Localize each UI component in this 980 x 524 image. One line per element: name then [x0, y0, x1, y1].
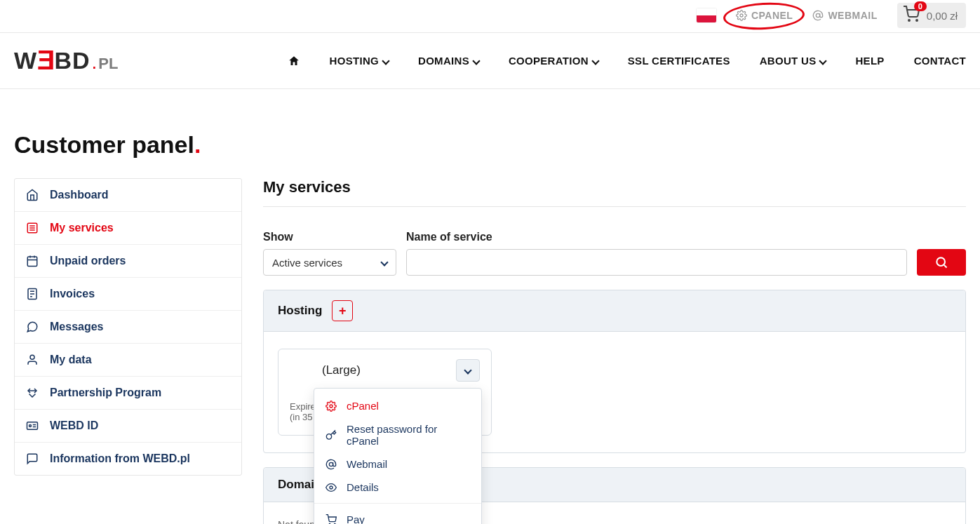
domains-title: Domai [278, 478, 314, 492]
calendar-icon [26, 255, 39, 267]
chevron-down-icon [819, 57, 827, 65]
sidebar-item-messages[interactable]: Messages [15, 311, 241, 344]
search-icon [934, 255, 948, 269]
webmail-label: WEBMAIL [828, 10, 877, 21]
sidebar-item-label: Dashboard [50, 189, 109, 201]
dropdown-details[interactable]: Details [314, 476, 481, 499]
chevron-down-icon [464, 366, 471, 374]
flag-poland[interactable] [697, 8, 716, 22]
show-label: Show [263, 231, 396, 243]
expire-days: (in 35 [290, 412, 313, 422]
key-icon [325, 429, 337, 441]
logo[interactable]: WEBD.PL [14, 46, 118, 76]
chevron-down-icon [382, 57, 389, 65]
sidebar-item-services[interactable]: My services [15, 212, 241, 245]
nav-cooperation[interactable]: COOPERATION [509, 55, 598, 67]
nav-contact[interactable]: CONTACT [914, 55, 966, 67]
webmail-link[interactable]: WEBMAIL [812, 10, 877, 21]
home-icon [288, 55, 300, 67]
search-button[interactable] [917, 249, 966, 276]
sidebar-item-label: Information from WEBD.pl [50, 452, 190, 465]
sidebar-item-label: Invoices [50, 288, 95, 300]
add-hosting-button[interactable]: + [332, 300, 353, 321]
svg-point-0 [740, 14, 743, 17]
sidebar: Dashboard My services Unpaid orders Invo… [14, 178, 242, 476]
expire-label: Expire [290, 401, 316, 412]
show-select[interactable]: Active services [263, 249, 396, 276]
id-icon [26, 419, 39, 432]
svg-rect-8 [27, 257, 37, 267]
nav-home[interactable] [288, 55, 300, 67]
card-title: (Large) [290, 363, 361, 377]
sidebar-item-label: My services [50, 222, 114, 234]
sidebar-item-partnership[interactable]: Partnership Program [15, 377, 241, 410]
handshake-icon [26, 387, 39, 399]
cart-icon [325, 514, 337, 525]
nav-help[interactable]: HELP [855, 55, 884, 67]
section-heading: My services [263, 178, 966, 207]
cpanel-label: CPANEL [751, 10, 793, 21]
sidebar-item-label: My data [50, 354, 92, 366]
sidebar-item-label: WEBD ID [50, 419, 98, 432]
hosting-panel: Hosting + (Large) Expire (in 35 [263, 290, 966, 453]
sidebar-item-dashboard[interactable]: Dashboard [15, 179, 241, 212]
sidebar-item-label: Unpaid orders [50, 255, 126, 267]
sidebar-item-unpaid[interactable]: Unpaid orders [15, 245, 241, 278]
svg-point-16 [30, 355, 34, 359]
card-expand-button[interactable] [456, 359, 480, 382]
svg-point-18 [29, 425, 32, 427]
name-label: Name of service [406, 231, 907, 243]
gear-icon [325, 401, 337, 412]
dropdown-cpanel[interactable]: cPanel [314, 394, 481, 417]
svg-point-25 [330, 486, 333, 489]
cart-button[interactable]: 0 0,00 zł [897, 3, 966, 28]
chevron-down-icon [472, 57, 480, 65]
not-found-text: Not foun [278, 519, 315, 524]
cpanel-link[interactable]: CPANEL [736, 10, 793, 21]
sidebar-item-webdid[interactable]: WEBD ID [15, 410, 241, 443]
hosting-title: Hosting [278, 304, 322, 318]
chevron-down-icon [591, 57, 599, 65]
speech-icon [26, 452, 39, 465]
home-icon [26, 189, 39, 201]
sidebar-item-invoices[interactable]: Invoices [15, 278, 241, 311]
svg-point-1 [817, 13, 820, 17]
sidebar-item-info[interactable]: Information from WEBD.pl [15, 443, 241, 475]
list-icon [26, 222, 39, 234]
at-icon [325, 459, 337, 470]
svg-point-2 [908, 20, 910, 21]
file-icon [26, 288, 39, 300]
svg-point-23 [330, 405, 333, 408]
gear-icon [736, 10, 747, 21]
card-dropdown: cPanel Reset password for cPanel Webmail [314, 388, 482, 524]
user-icon [26, 354, 39, 366]
nav-ssl[interactable]: SSL CERTIFICATES [628, 55, 730, 67]
at-icon [812, 10, 824, 21]
svg-line-22 [944, 265, 947, 268]
nav-domains[interactable]: DOMAINS [418, 55, 479, 67]
eye-icon [325, 482, 337, 493]
svg-point-3 [916, 20, 918, 21]
sidebar-item-label: Messages [50, 321, 104, 333]
sidebar-item-label: Partnership Program [50, 387, 161, 399]
dropdown-reset-password[interactable]: Reset password for cPanel [314, 417, 481, 452]
hosting-card: (Large) Expire (in 35 [278, 349, 492, 436]
sidebar-item-mydata[interactable]: My data [15, 344, 241, 377]
chat-icon [26, 321, 39, 333]
cart-badge: 0 [914, 1, 927, 11]
svg-point-24 [329, 462, 333, 466]
svg-point-21 [937, 257, 945, 266]
nav-about[interactable]: ABOUT US [760, 55, 826, 67]
dropdown-pay[interactable]: Pay [314, 508, 481, 524]
nav-hosting[interactable]: HOSTING [330, 55, 389, 67]
cart-amount: 0,00 zł [927, 10, 958, 22]
page-title: Customer panel. [14, 131, 966, 159]
dropdown-webmail[interactable]: Webmail [314, 452, 481, 476]
chevron-down-icon [380, 258, 388, 266]
service-name-input[interactable] [406, 249, 907, 276]
